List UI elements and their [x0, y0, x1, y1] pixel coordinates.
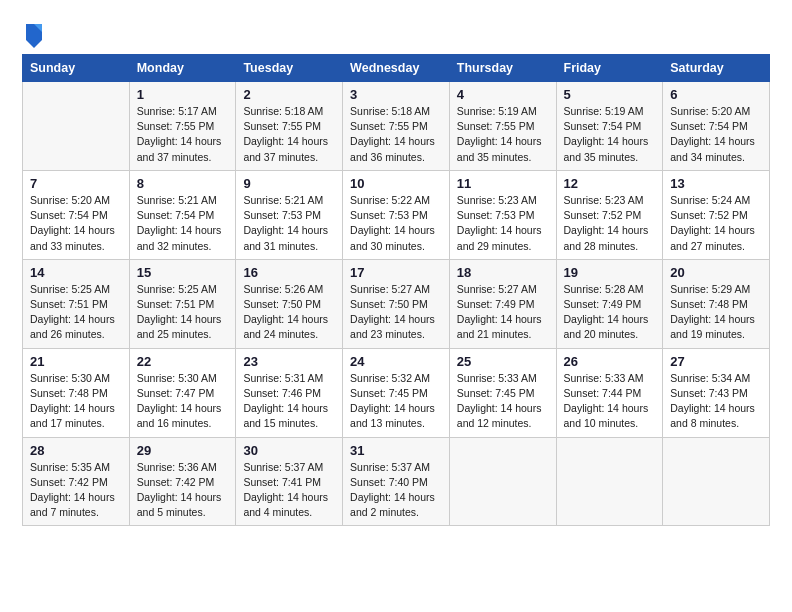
day-info: Sunrise: 5:37 AM Sunset: 7:40 PM Dayligh… [350, 460, 442, 521]
day-number: 14 [30, 265, 122, 280]
logo-icon [24, 20, 44, 48]
day-info: Sunrise: 5:19 AM Sunset: 7:55 PM Dayligh… [457, 104, 549, 165]
day-cell: 10Sunrise: 5:22 AM Sunset: 7:53 PM Dayli… [343, 170, 450, 259]
day-number: 20 [670, 265, 762, 280]
day-info: Sunrise: 5:25 AM Sunset: 7:51 PM Dayligh… [137, 282, 229, 343]
day-header-sunday: Sunday [23, 55, 130, 82]
day-cell: 15Sunrise: 5:25 AM Sunset: 7:51 PM Dayli… [129, 259, 236, 348]
day-number: 28 [30, 443, 122, 458]
day-info: Sunrise: 5:29 AM Sunset: 7:48 PM Dayligh… [670, 282, 762, 343]
day-info: Sunrise: 5:27 AM Sunset: 7:50 PM Dayligh… [350, 282, 442, 343]
day-cell: 19Sunrise: 5:28 AM Sunset: 7:49 PM Dayli… [556, 259, 663, 348]
day-info: Sunrise: 5:36 AM Sunset: 7:42 PM Dayligh… [137, 460, 229, 521]
day-cell: 11Sunrise: 5:23 AM Sunset: 7:53 PM Dayli… [449, 170, 556, 259]
day-number: 26 [564, 354, 656, 369]
day-number: 24 [350, 354, 442, 369]
day-number: 17 [350, 265, 442, 280]
day-cell: 26Sunrise: 5:33 AM Sunset: 7:44 PM Dayli… [556, 348, 663, 437]
day-cell: 23Sunrise: 5:31 AM Sunset: 7:46 PM Dayli… [236, 348, 343, 437]
day-cell [449, 437, 556, 526]
day-cell: 14Sunrise: 5:25 AM Sunset: 7:51 PM Dayli… [23, 259, 130, 348]
day-cell: 17Sunrise: 5:27 AM Sunset: 7:50 PM Dayli… [343, 259, 450, 348]
day-number: 6 [670, 87, 762, 102]
day-number: 7 [30, 176, 122, 191]
week-row-4: 21Sunrise: 5:30 AM Sunset: 7:48 PM Dayli… [23, 348, 770, 437]
day-cell [663, 437, 770, 526]
day-number: 21 [30, 354, 122, 369]
day-cell: 21Sunrise: 5:30 AM Sunset: 7:48 PM Dayli… [23, 348, 130, 437]
day-number: 9 [243, 176, 335, 191]
day-header-friday: Friday [556, 55, 663, 82]
day-number: 10 [350, 176, 442, 191]
day-number: 27 [670, 354, 762, 369]
day-info: Sunrise: 5:24 AM Sunset: 7:52 PM Dayligh… [670, 193, 762, 254]
day-info: Sunrise: 5:33 AM Sunset: 7:44 PM Dayligh… [564, 371, 656, 432]
day-info: Sunrise: 5:28 AM Sunset: 7:49 PM Dayligh… [564, 282, 656, 343]
day-info: Sunrise: 5:19 AM Sunset: 7:54 PM Dayligh… [564, 104, 656, 165]
day-info: Sunrise: 5:18 AM Sunset: 7:55 PM Dayligh… [350, 104, 442, 165]
week-row-5: 28Sunrise: 5:35 AM Sunset: 7:42 PM Dayli… [23, 437, 770, 526]
week-row-1: 1Sunrise: 5:17 AM Sunset: 7:55 PM Daylig… [23, 82, 770, 171]
day-info: Sunrise: 5:23 AM Sunset: 7:53 PM Dayligh… [457, 193, 549, 254]
day-cell: 20Sunrise: 5:29 AM Sunset: 7:48 PM Dayli… [663, 259, 770, 348]
day-info: Sunrise: 5:30 AM Sunset: 7:47 PM Dayligh… [137, 371, 229, 432]
day-cell: 18Sunrise: 5:27 AM Sunset: 7:49 PM Dayli… [449, 259, 556, 348]
day-info: Sunrise: 5:21 AM Sunset: 7:54 PM Dayligh… [137, 193, 229, 254]
day-info: Sunrise: 5:20 AM Sunset: 7:54 PM Dayligh… [30, 193, 122, 254]
day-number: 22 [137, 354, 229, 369]
day-cell: 9Sunrise: 5:21 AM Sunset: 7:53 PM Daylig… [236, 170, 343, 259]
day-cell: 7Sunrise: 5:20 AM Sunset: 7:54 PM Daylig… [23, 170, 130, 259]
day-info: Sunrise: 5:32 AM Sunset: 7:45 PM Dayligh… [350, 371, 442, 432]
day-cell: 30Sunrise: 5:37 AM Sunset: 7:41 PM Dayli… [236, 437, 343, 526]
day-cell: 16Sunrise: 5:26 AM Sunset: 7:50 PM Dayli… [236, 259, 343, 348]
calendar-table: SundayMondayTuesdayWednesdayThursdayFrid… [22, 54, 770, 526]
day-cell: 3Sunrise: 5:18 AM Sunset: 7:55 PM Daylig… [343, 82, 450, 171]
day-cell: 27Sunrise: 5:34 AM Sunset: 7:43 PM Dayli… [663, 348, 770, 437]
day-cell: 25Sunrise: 5:33 AM Sunset: 7:45 PM Dayli… [449, 348, 556, 437]
day-number: 16 [243, 265, 335, 280]
day-info: Sunrise: 5:18 AM Sunset: 7:55 PM Dayligh… [243, 104, 335, 165]
days-header-row: SundayMondayTuesdayWednesdayThursdayFrid… [23, 55, 770, 82]
day-cell [556, 437, 663, 526]
day-info: Sunrise: 5:27 AM Sunset: 7:49 PM Dayligh… [457, 282, 549, 343]
day-info: Sunrise: 5:26 AM Sunset: 7:50 PM Dayligh… [243, 282, 335, 343]
day-header-saturday: Saturday [663, 55, 770, 82]
day-cell: 1Sunrise: 5:17 AM Sunset: 7:55 PM Daylig… [129, 82, 236, 171]
day-number: 29 [137, 443, 229, 458]
day-number: 30 [243, 443, 335, 458]
day-info: Sunrise: 5:37 AM Sunset: 7:41 PM Dayligh… [243, 460, 335, 521]
day-number: 31 [350, 443, 442, 458]
day-header-wednesday: Wednesday [343, 55, 450, 82]
logo [22, 18, 44, 48]
header [22, 18, 770, 48]
day-cell: 8Sunrise: 5:21 AM Sunset: 7:54 PM Daylig… [129, 170, 236, 259]
day-header-thursday: Thursday [449, 55, 556, 82]
day-cell: 31Sunrise: 5:37 AM Sunset: 7:40 PM Dayli… [343, 437, 450, 526]
day-number: 23 [243, 354, 335, 369]
day-cell: 28Sunrise: 5:35 AM Sunset: 7:42 PM Dayli… [23, 437, 130, 526]
day-number: 1 [137, 87, 229, 102]
day-info: Sunrise: 5:34 AM Sunset: 7:43 PM Dayligh… [670, 371, 762, 432]
calendar-page: SundayMondayTuesdayWednesdayThursdayFrid… [0, 0, 792, 544]
day-info: Sunrise: 5:20 AM Sunset: 7:54 PM Dayligh… [670, 104, 762, 165]
day-header-tuesday: Tuesday [236, 55, 343, 82]
day-info: Sunrise: 5:30 AM Sunset: 7:48 PM Dayligh… [30, 371, 122, 432]
day-number: 5 [564, 87, 656, 102]
day-cell [23, 82, 130, 171]
day-number: 19 [564, 265, 656, 280]
day-number: 2 [243, 87, 335, 102]
day-cell: 6Sunrise: 5:20 AM Sunset: 7:54 PM Daylig… [663, 82, 770, 171]
day-cell: 5Sunrise: 5:19 AM Sunset: 7:54 PM Daylig… [556, 82, 663, 171]
week-row-2: 7Sunrise: 5:20 AM Sunset: 7:54 PM Daylig… [23, 170, 770, 259]
day-number: 13 [670, 176, 762, 191]
day-number: 12 [564, 176, 656, 191]
day-info: Sunrise: 5:23 AM Sunset: 7:52 PM Dayligh… [564, 193, 656, 254]
day-number: 4 [457, 87, 549, 102]
day-cell: 12Sunrise: 5:23 AM Sunset: 7:52 PM Dayli… [556, 170, 663, 259]
day-info: Sunrise: 5:22 AM Sunset: 7:53 PM Dayligh… [350, 193, 442, 254]
day-info: Sunrise: 5:33 AM Sunset: 7:45 PM Dayligh… [457, 371, 549, 432]
day-header-monday: Monday [129, 55, 236, 82]
day-cell: 13Sunrise: 5:24 AM Sunset: 7:52 PM Dayli… [663, 170, 770, 259]
day-cell: 4Sunrise: 5:19 AM Sunset: 7:55 PM Daylig… [449, 82, 556, 171]
day-number: 11 [457, 176, 549, 191]
